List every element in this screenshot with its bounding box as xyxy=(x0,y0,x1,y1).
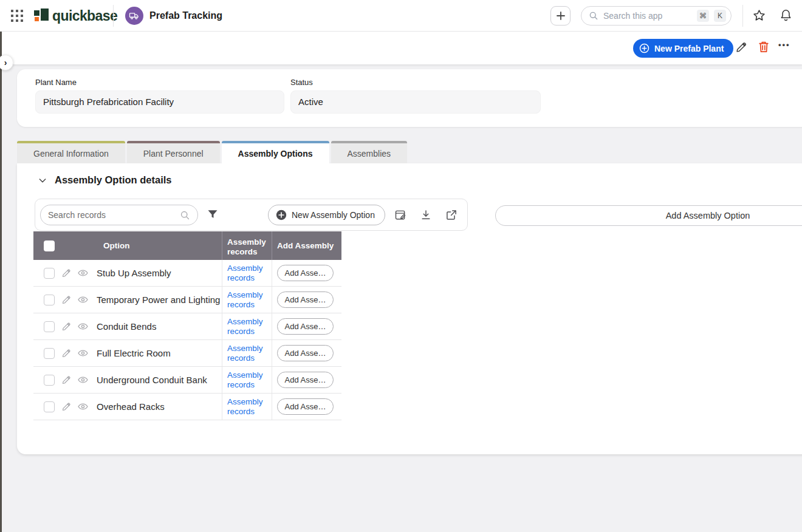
option-name[interactable]: Overhead Racks xyxy=(97,401,165,412)
app-search[interactable]: ⌘ K xyxy=(581,6,732,26)
edit-pencil-icon[interactable] xyxy=(61,348,72,358)
table-row: Conduit Bends Assembly records Add Asse… xyxy=(33,313,341,340)
option-name[interactable]: Full Electric Room xyxy=(97,348,171,358)
option-name[interactable]: Conduit Bends xyxy=(97,321,156,332)
add-assembly-option-button[interactable]: Add Assembly Option xyxy=(495,205,802,226)
app-name: Prefab Tracking xyxy=(149,10,222,21)
add-assembly-button[interactable]: Add Asse… xyxy=(277,318,334,335)
option-name[interactable]: Underground Conduit Bank xyxy=(97,375,207,385)
search-records-box[interactable] xyxy=(40,205,198,225)
row-checkbox[interactable] xyxy=(44,348,55,359)
edit-pencil-icon[interactable] xyxy=(61,295,72,305)
assembly-options-panel: Assembly Option details xyxy=(17,163,802,454)
tab-plant-personnel[interactable]: Plant Personnel xyxy=(127,141,220,163)
shortcut-k-badge: K xyxy=(714,10,726,22)
view-eye-icon[interactable] xyxy=(77,267,89,279)
app-search-input[interactable] xyxy=(603,11,692,21)
assembly-records-link[interactable]: Assembly records xyxy=(227,344,266,362)
new-prefab-plant-button[interactable]: New Prefab Plant xyxy=(633,39,733,58)
app-truck-icon xyxy=(125,7,143,25)
assembly-records-link[interactable]: Assembly records xyxy=(227,397,266,415)
search-records-input[interactable] xyxy=(48,210,175,220)
add-assembly-button[interactable]: Add Asse… xyxy=(277,372,334,388)
edit-pencil-icon[interactable] xyxy=(61,375,72,385)
grid-edit-icon[interactable] xyxy=(394,209,406,221)
add-assembly-button[interactable]: Add Asse… xyxy=(277,292,334,308)
view-eye-icon[interactable] xyxy=(77,374,89,386)
assembly-records-link[interactable]: Assembly records xyxy=(227,370,266,389)
status-label: Status xyxy=(290,78,541,87)
assembly-records-link[interactable]: Assembly records xyxy=(227,264,266,282)
topbar-divider xyxy=(742,5,743,27)
add-assembly-button[interactable]: Add Asse… xyxy=(277,345,334,361)
edit-pencil-icon[interactable] xyxy=(61,268,72,278)
shortcut-cmd-badge: ⌘ xyxy=(697,10,709,22)
notifications-bell-icon[interactable] xyxy=(779,8,793,22)
edit-pencil-icon[interactable] xyxy=(61,401,72,412)
search-icon xyxy=(180,210,190,220)
view-eye-icon[interactable] xyxy=(77,347,89,359)
view-eye-icon[interactable] xyxy=(77,321,89,332)
section-collapse-header[interactable]: Assembly Option details xyxy=(38,174,172,186)
add-assembly-button[interactable]: Add Asse… xyxy=(277,265,334,281)
option-name[interactable]: Stub Up Assembly xyxy=(97,268,171,278)
record-tabs: General Information Plant Personnel Asse… xyxy=(17,141,407,163)
view-eye-icon[interactable] xyxy=(77,294,89,305)
topbar-divider xyxy=(113,5,114,27)
app-home-link[interactable]: Prefab Tracking xyxy=(125,7,222,25)
table-row: Temporary Power and Lighting Assembly re… xyxy=(33,287,341,313)
column-header-option: Option xyxy=(103,241,130,251)
assembly-records-link[interactable]: Assembly records xyxy=(227,290,266,309)
section-title: Assembly Option details xyxy=(55,174,172,186)
field-plant-name: Plant Name Pittsburgh Prefabrication Fac… xyxy=(35,78,284,114)
delete-trash-icon[interactable] xyxy=(758,40,770,53)
row-checkbox[interactable] xyxy=(44,401,55,412)
option-name[interactable]: Temporary Power and Lighting xyxy=(97,295,220,305)
column-header-add-assembly: Add Assembly xyxy=(272,231,341,260)
table-row: Stub Up Assembly Assembly records Add As… xyxy=(33,260,341,287)
new-assembly-option-button[interactable]: New Assembly Option xyxy=(268,205,385,225)
row-checkbox[interactable] xyxy=(44,375,55,386)
row-checkbox[interactable] xyxy=(44,295,55,305)
plus-circle-icon xyxy=(639,43,649,53)
view-eye-icon[interactable] xyxy=(77,401,89,412)
plant-name-label: Plant Name xyxy=(35,78,284,87)
collapsed-sidebar-strip xyxy=(0,32,2,532)
row-checkbox[interactable] xyxy=(44,268,55,279)
tab-general-information[interactable]: General Information xyxy=(17,141,125,163)
table-row: Full Electric Room Assembly records Add … xyxy=(33,340,341,367)
quickbase-logo-icon xyxy=(34,9,49,24)
assembly-options-table: Option Assembly records Add Assembly Stu… xyxy=(33,231,341,420)
field-status: Status Active xyxy=(290,78,541,114)
more-actions-ellipsis[interactable]: ••• xyxy=(778,40,790,49)
add-assembly-button[interactable]: Add Asse… xyxy=(277,398,334,415)
assembly-records-link[interactable]: Assembly records xyxy=(227,317,266,335)
open-in-new-icon[interactable] xyxy=(445,209,458,221)
table-row: Overhead Racks Assembly records Add Asse… xyxy=(33,394,341,420)
tab-assemblies[interactable]: Assemblies xyxy=(331,141,408,163)
global-add-button[interactable] xyxy=(550,6,571,26)
quickbase-wordmark: quickbase xyxy=(52,8,117,24)
status-value: Active xyxy=(290,90,541,114)
top-bar: quickbase Prefab Tracking ⌘ K xyxy=(0,0,802,32)
filter-funnel-icon[interactable] xyxy=(207,208,219,220)
new-prefab-plant-label: New Prefab Plant xyxy=(654,44,724,53)
download-icon[interactable] xyxy=(420,209,432,221)
quickbase-logo[interactable]: quickbase xyxy=(34,8,117,24)
favorite-star-icon[interactable] xyxy=(752,9,766,22)
edit-pencil-icon[interactable] xyxy=(61,321,72,332)
expand-panel-button[interactable]: › xyxy=(0,55,13,70)
report-toolbar: New Assembly Option xyxy=(35,199,468,231)
plant-name-value: Pittsburgh Prefabrication Facility xyxy=(35,90,284,114)
chevron-down-icon xyxy=(38,176,47,185)
edit-record-pencil-icon[interactable] xyxy=(735,41,748,53)
tab-assembly-options[interactable]: Assembly Options xyxy=(222,141,329,163)
select-all-checkbox[interactable] xyxy=(44,240,55,251)
row-checkbox[interactable] xyxy=(44,321,55,332)
record-fields-card: Plant Name Pittsburgh Prefabrication Fac… xyxy=(17,69,802,127)
table-row: Underground Conduit Bank Assembly record… xyxy=(33,367,341,394)
new-assembly-option-label: New Assembly Option xyxy=(292,210,375,220)
plus-circle-icon xyxy=(276,210,287,220)
search-icon xyxy=(589,11,598,21)
app-switcher-icon[interactable] xyxy=(11,10,23,22)
